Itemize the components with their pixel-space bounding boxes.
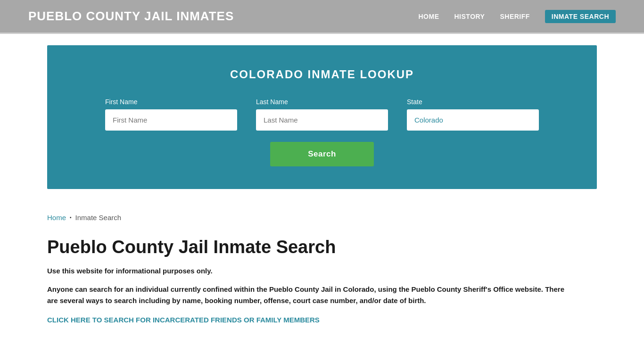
first-name-label: First Name — [105, 98, 237, 106]
first-name-group: First Name — [105, 98, 237, 131]
search-hero-title: COLORADO INMATE LOOKUP — [75, 68, 569, 81]
main-nav: HOME HISTORY SHERIFF INMATE SEARCH — [419, 10, 616, 23]
last-name-input[interactable] — [256, 109, 388, 131]
breadcrumb-separator: • — [70, 215, 72, 220]
site-title: PUEBLO COUNTY JAIL INMATES — [28, 9, 234, 24]
state-input[interactable] — [407, 109, 539, 131]
site-header: PUEBLO COUNTY JAIL INMATES HOME HISTORY … — [0, 0, 644, 34]
breadcrumb-current: Inmate Search — [75, 214, 122, 222]
last-name-label: Last Name — [256, 98, 388, 106]
click-here-link[interactable]: CLICK HERE to Search for Incarcerated Fr… — [47, 316, 320, 324]
nav-sheriff[interactable]: SHERIFF — [500, 13, 529, 20]
search-hero-section: COLORADO INMATE LOOKUP First Name Last N… — [47, 45, 597, 189]
nav-home[interactable]: HOME — [419, 13, 439, 20]
state-group: State — [407, 98, 539, 131]
state-label: State — [407, 98, 539, 106]
info-text-1: Use this website for informational purpo… — [47, 266, 597, 277]
main-content: Pueblo County Jail Inmate Search Use thi… — [0, 227, 644, 343]
nav-inmate-search[interactable]: INMATE SEARCH — [545, 10, 616, 23]
search-button[interactable]: Search — [270, 142, 374, 166]
breadcrumb-home-link[interactable]: Home — [47, 214, 66, 222]
page-heading: Pueblo County Jail Inmate Search — [47, 237, 597, 258]
nav-history[interactable]: HISTORY — [454, 13, 485, 20]
info-text-2: Anyone can search for an individual curr… — [47, 284, 566, 306]
last-name-group: Last Name — [256, 98, 388, 131]
breadcrumb: Home • Inmate Search — [0, 200, 644, 227]
form-fields-row: First Name Last Name State — [75, 98, 569, 131]
inmate-search-form: First Name Last Name State Search — [75, 98, 569, 166]
first-name-input[interactable] — [105, 109, 237, 131]
